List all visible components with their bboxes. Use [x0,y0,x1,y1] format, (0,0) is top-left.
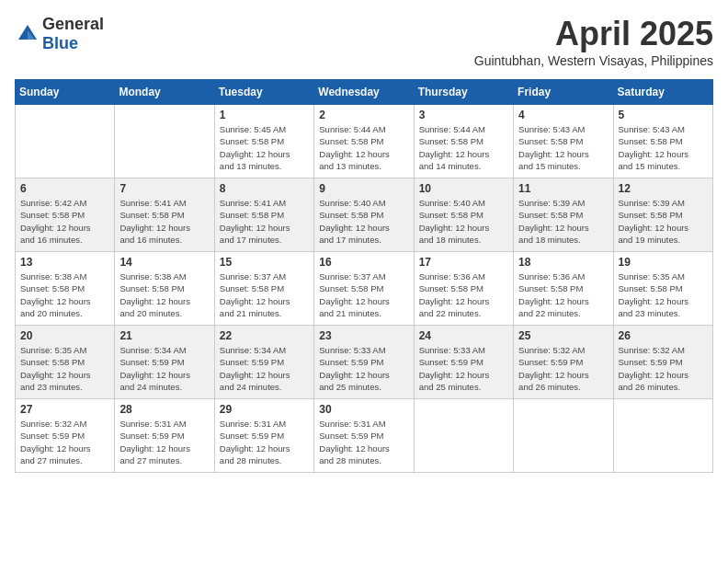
calendar-cell [514,399,613,473]
day-number: 25 [518,329,608,342]
day-info: Sunrise: 5:40 AM Sunset: 5:58 PM Dayligh… [419,197,508,246]
logo: General Blue [15,15,104,53]
calendar-cell: 1Sunrise: 5:45 AM Sunset: 5:58 PM Daylig… [214,105,313,178]
day-number: 26 [619,329,708,342]
calendar-cell [16,105,115,178]
calendar-cell: 7Sunrise: 5:41 AM Sunset: 5:58 PM Daylig… [115,178,214,252]
calendar-cell: 2Sunrise: 5:44 AM Sunset: 5:58 PM Daylig… [314,105,414,178]
calendar-cell: 5Sunrise: 5:43 AM Sunset: 5:58 PM Daylig… [613,105,712,178]
day-info: Sunrise: 5:43 AM Sunset: 5:58 PM Dayligh… [518,123,608,172]
day-number: 24 [419,329,508,342]
calendar-cell [613,399,712,473]
calendar-cell [115,105,214,178]
day-info: Sunrise: 5:38 AM Sunset: 5:58 PM Dayligh… [119,270,209,319]
calendar-cell [414,399,513,473]
weekday-header-thursday: Thursday [414,80,513,105]
day-info: Sunrise: 5:41 AM Sunset: 5:58 PM Dayligh… [220,197,309,246]
day-number: 1 [220,109,309,121]
day-info: Sunrise: 5:41 AM Sunset: 5:58 PM Dayligh… [119,197,209,246]
calendar-cell: 26Sunrise: 5:32 AM Sunset: 5:59 PM Dayli… [613,326,712,399]
day-number: 30 [319,403,408,416]
calendar-cell: 28Sunrise: 5:31 AM Sunset: 5:59 PM Dayli… [115,399,214,473]
day-info: Sunrise: 5:34 AM Sunset: 5:59 PM Dayligh… [220,344,309,393]
calendar-cell: 30Sunrise: 5:31 AM Sunset: 5:59 PM Dayli… [314,399,414,473]
calendar-cell: 16Sunrise: 5:37 AM Sunset: 5:58 PM Dayli… [314,252,414,326]
day-number: 9 [319,182,408,195]
calendar-week-row: 20Sunrise: 5:35 AM Sunset: 5:58 PM Dayli… [16,326,713,399]
calendar-cell: 25Sunrise: 5:32 AM Sunset: 5:59 PM Dayli… [514,326,613,399]
day-number: 15 [220,256,309,269]
day-number: 3 [419,109,508,121]
day-info: Sunrise: 5:36 AM Sunset: 5:58 PM Dayligh… [518,270,608,319]
day-number: 11 [518,182,608,195]
calendar-cell: 15Sunrise: 5:37 AM Sunset: 5:58 PM Dayli… [214,252,313,326]
weekday-header-saturday: Saturday [613,80,712,105]
weekday-header-tuesday: Tuesday [214,80,313,105]
day-number: 6 [20,182,109,195]
day-number: 27 [20,403,109,416]
calendar-cell: 13Sunrise: 5:38 AM Sunset: 5:58 PM Dayli… [16,252,115,326]
day-number: 8 [220,182,309,195]
calendar-week-row: 13Sunrise: 5:38 AM Sunset: 5:58 PM Dayli… [16,252,713,326]
weekday-header-wednesday: Wednesday [314,80,414,105]
day-info: Sunrise: 5:43 AM Sunset: 5:58 PM Dayligh… [619,123,708,172]
day-info: Sunrise: 5:36 AM Sunset: 5:58 PM Dayligh… [419,270,508,319]
calendar-table: SundayMondayTuesdayWednesdayThursdayFrid… [15,79,713,473]
day-number: 18 [518,256,608,269]
logo-text-blue: Blue [42,34,78,52]
day-number: 21 [119,329,209,342]
day-info: Sunrise: 5:42 AM Sunset: 5:58 PM Dayligh… [20,197,109,246]
calendar-cell: 22Sunrise: 5:34 AM Sunset: 5:59 PM Dayli… [214,326,313,399]
month-title: April 2025 [474,15,713,53]
day-number: 29 [220,403,309,416]
day-number: 16 [319,256,408,269]
day-info: Sunrise: 5:31 AM Sunset: 5:59 PM Dayligh… [220,418,309,466]
calendar-cell: 20Sunrise: 5:35 AM Sunset: 5:58 PM Dayli… [16,326,115,399]
day-number: 4 [518,109,608,121]
calendar-week-row: 6Sunrise: 5:42 AM Sunset: 5:58 PM Daylig… [16,178,713,252]
day-number: 7 [119,182,209,195]
day-info: Sunrise: 5:39 AM Sunset: 5:58 PM Dayligh… [619,197,708,246]
calendar-week-row: 27Sunrise: 5:32 AM Sunset: 5:59 PM Dayli… [16,399,713,473]
calendar-cell: 11Sunrise: 5:39 AM Sunset: 5:58 PM Dayli… [514,178,613,252]
day-number: 12 [619,182,708,195]
day-info: Sunrise: 5:31 AM Sunset: 5:59 PM Dayligh… [319,418,408,466]
day-number: 19 [619,256,708,269]
calendar-cell: 3Sunrise: 5:44 AM Sunset: 5:58 PM Daylig… [414,105,513,178]
calendar-cell: 24Sunrise: 5:33 AM Sunset: 5:59 PM Dayli… [414,326,513,399]
calendar-cell: 14Sunrise: 5:38 AM Sunset: 5:58 PM Dayli… [115,252,214,326]
weekday-header-sunday: Sunday [16,80,115,105]
header: General Blue April 2025 Guintubhan, West… [15,15,713,68]
calendar-cell: 17Sunrise: 5:36 AM Sunset: 5:58 PM Dayli… [414,252,513,326]
day-number: 13 [20,256,109,269]
day-info: Sunrise: 5:32 AM Sunset: 5:59 PM Dayligh… [518,344,608,393]
calendar-cell: 6Sunrise: 5:42 AM Sunset: 5:58 PM Daylig… [16,178,115,252]
day-info: Sunrise: 5:40 AM Sunset: 5:58 PM Dayligh… [319,197,408,246]
day-number: 10 [419,182,508,195]
calendar-cell: 19Sunrise: 5:35 AM Sunset: 5:58 PM Dayli… [613,252,712,326]
logo-icon [15,21,40,47]
day-info: Sunrise: 5:37 AM Sunset: 5:58 PM Dayligh… [319,270,408,319]
day-info: Sunrise: 5:45 AM Sunset: 5:58 PM Dayligh… [220,123,309,172]
day-info: Sunrise: 5:37 AM Sunset: 5:58 PM Dayligh… [220,270,309,319]
day-number: 5 [619,109,708,121]
day-info: Sunrise: 5:33 AM Sunset: 5:59 PM Dayligh… [419,344,508,393]
calendar-cell: 10Sunrise: 5:40 AM Sunset: 5:58 PM Dayli… [414,178,513,252]
day-number: 20 [20,329,109,342]
day-number: 2 [319,109,408,121]
day-info: Sunrise: 5:35 AM Sunset: 5:58 PM Dayligh… [619,270,708,319]
calendar-cell: 18Sunrise: 5:36 AM Sunset: 5:58 PM Dayli… [514,252,613,326]
calendar-cell: 12Sunrise: 5:39 AM Sunset: 5:58 PM Dayli… [613,178,712,252]
calendar-cell: 27Sunrise: 5:32 AM Sunset: 5:59 PM Dayli… [16,399,115,473]
calendar-cell: 9Sunrise: 5:40 AM Sunset: 5:58 PM Daylig… [314,178,414,252]
weekday-header-monday: Monday [115,80,214,105]
day-number: 23 [319,329,408,342]
title-area: April 2025 Guintubhan, Western Visayas, … [474,15,713,68]
logo-text-general: General [42,15,104,33]
day-info: Sunrise: 5:44 AM Sunset: 5:58 PM Dayligh… [419,123,508,172]
day-info: Sunrise: 5:31 AM Sunset: 5:59 PM Dayligh… [119,418,209,466]
calendar-cell: 29Sunrise: 5:31 AM Sunset: 5:59 PM Dayli… [214,399,313,473]
day-number: 28 [119,403,209,416]
calendar-cell: 4Sunrise: 5:43 AM Sunset: 5:58 PM Daylig… [514,105,613,178]
location-title: Guintubhan, Western Visayas, Philippines [474,53,713,68]
